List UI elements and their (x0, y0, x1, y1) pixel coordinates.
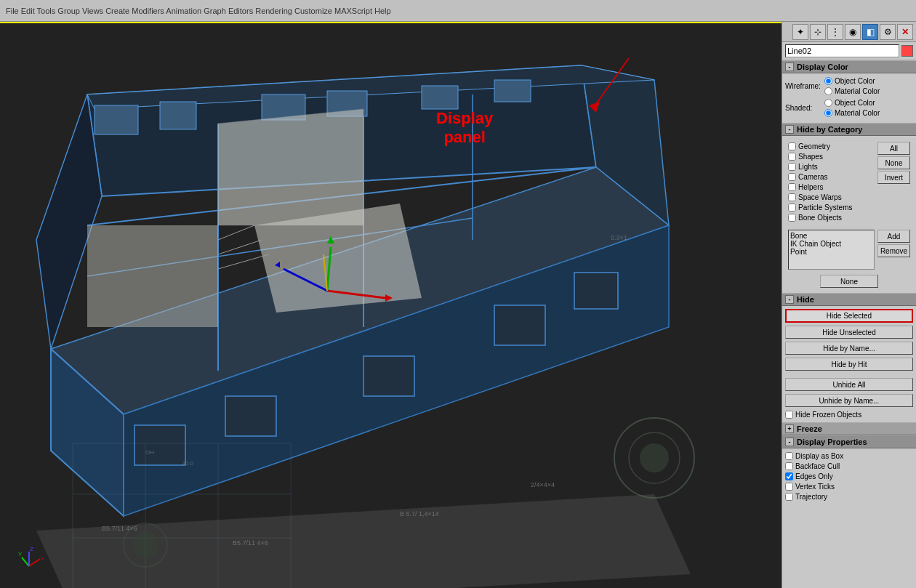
all-button[interactable]: All (877, 142, 910, 155)
display-color-toggle[interactable]: - (785, 63, 794, 71)
shaded-object-color-radio[interactable] (824, 99, 832, 107)
space-warps-checkbox[interactable] (788, 193, 796, 201)
display-tab-icon[interactable]: ◧ (862, 24, 878, 40)
shaded-object-color-label: Object Color (835, 99, 875, 107)
wireframe-object-color-option[interactable]: Object Color (824, 76, 880, 86)
dp-display-as-box-option[interactable]: Display as Box (785, 451, 913, 461)
bone-objects-label: Bone Objects (798, 214, 842, 222)
dp-vertex-ticks-label: Vertex Ticks (795, 483, 835, 491)
shapes-category[interactable]: Shapes (788, 152, 875, 161)
freeze-toggle[interactable]: + (785, 424, 794, 433)
dp-edges-only-checkbox[interactable] (785, 472, 793, 480)
display-properties-content: Display as BoxBackface CullEdges OnlyVer… (782, 448, 916, 504)
display-color-title: Display Color (797, 63, 848, 71)
motion-tab-icon[interactable]: ◉ (845, 24, 861, 40)
utilities-tab-icon[interactable]: ⚙ (880, 24, 896, 40)
dp-edges-only-label: Edges Only (795, 472, 833, 480)
object-name-row (782, 42, 916, 60)
right-panel: ✦ ⊹ ⋮ ◉ ◧ ⚙ ✕ - Display Color Wireframe: (782, 22, 916, 588)
dp-display-as-box-label: Display as Box (795, 452, 843, 460)
shaded-material-color-radio[interactable] (824, 109, 832, 117)
close-panel-icon[interactable]: ✕ (897, 24, 913, 40)
geometry-category[interactable]: Geometry (788, 142, 875, 151)
particle-systems-label: Particle Systems (798, 204, 852, 212)
dp-backface-cull-option[interactable]: Backface Cull (785, 462, 913, 471)
svg-rect-19 (494, 80, 531, 102)
space-warps-category[interactable]: Space Warps (788, 193, 875, 202)
particle-systems-checkbox[interactable] (788, 204, 796, 212)
create-tab-icon[interactable]: ✦ (792, 24, 808, 40)
lights-label: Lights (798, 163, 818, 171)
add-button[interactable]: Add (877, 230, 910, 243)
dp-trajectory-option[interactable]: Trajectory (785, 492, 913, 502)
dp-edges-only-option[interactable]: Edges Only (785, 472, 913, 481)
svg-text:B5.7/11 4×6: B5.7/11 4×6 (233, 539, 268, 547)
svg-text:0.3×1: 0.3×1 (611, 234, 627, 241)
hide-by-category-header[interactable]: - Hide by Category (782, 123, 916, 136)
helpers-label: Helpers (798, 183, 823, 191)
lights-category[interactable]: Lights (788, 162, 875, 172)
object-name-input[interactable] (785, 44, 899, 57)
hide-header[interactable]: - Hide (782, 293, 916, 306)
shaded-label: Shaded: (785, 104, 821, 112)
svg-text:Z: Z (30, 546, 33, 552)
hide-by-category-toggle[interactable]: - (785, 125, 794, 134)
svg-rect-23 (494, 305, 545, 345)
shaded-object-color-option[interactable]: Object Color (824, 98, 880, 108)
hide-toggle[interactable]: - (785, 295, 794, 304)
particle-systems-category[interactable]: Particle Systems (788, 203, 875, 212)
wireframe-object-color-label: Object Color (835, 77, 875, 85)
dp-vertex-ticks-option[interactable]: Vertex Ticks (785, 482, 913, 491)
none-button-category[interactable]: None (877, 156, 910, 169)
hide-frozen-objects-option[interactable]: Hide Frozen Objects (785, 409, 913, 420)
hide-unselected-button[interactable]: Hide Unselected (785, 326, 913, 339)
unhide-all-button[interactable]: Unhide All (785, 378, 913, 391)
shaded-material-color-option[interactable]: Material Color (824, 108, 880, 118)
dp-trajectory-checkbox[interactable] (785, 493, 793, 501)
geometry-checkbox[interactable] (788, 142, 796, 150)
svg-marker-25 (218, 109, 363, 225)
wireframe-object-color-radio[interactable] (824, 77, 832, 85)
hide-by-name-button[interactable]: Hide by Name... (785, 342, 913, 355)
hide-frozen-checkbox[interactable] (785, 411, 793, 419)
geometry-label: Geometry (798, 142, 830, 150)
wireframe-material-color-option[interactable]: Material Color (824, 86, 880, 96)
hide-by-category-content: Geometry Shapes Lights Cameras (782, 136, 916, 293)
hide-selected-button[interactable]: Hide Selected (785, 309, 913, 323)
dp-vertex-ticks-checkbox[interactable] (785, 483, 793, 491)
hide-by-hit-button[interactable]: Hide by Hit (785, 358, 913, 371)
viewport[interactable]: B5.7/11 4×6 B5.7/11 4×6 B 5.7/ 1,4×14 2/… (0, 22, 782, 588)
helpers-category[interactable]: Helpers (788, 182, 875, 192)
none-bottom-button[interactable]: None (820, 275, 878, 288)
dp-backface-cull-checkbox[interactable] (785, 462, 793, 470)
helpers-checkbox[interactable] (788, 183, 796, 191)
remove-button[interactable]: Remove (877, 244, 910, 257)
cameras-category[interactable]: Cameras (788, 172, 875, 182)
dp-display-as-box-checkbox[interactable] (785, 452, 793, 460)
svg-text:OH: OH (145, 449, 154, 456)
cameras-checkbox[interactable] (788, 173, 796, 181)
display-properties-toggle[interactable]: - (785, 438, 794, 446)
shapes-checkbox[interactable] (788, 153, 796, 161)
bone-list: Bone IK Chain Object Point (788, 230, 875, 270)
svg-rect-18 (422, 86, 458, 109)
lights-checkbox[interactable] (788, 163, 796, 171)
svg-line-57 (29, 559, 40, 566)
hierarchy-tab-icon[interactable]: ⋮ (827, 24, 843, 40)
freeze-header[interactable]: + Freeze (782, 422, 916, 435)
bone-buttons: Add Remove (877, 230, 910, 270)
bone-objects-checkbox[interactable] (788, 214, 796, 222)
wireframe-material-color-radio[interactable] (824, 87, 832, 95)
axis-indicator: X Y Z (15, 544, 44, 573)
display-properties-header[interactable]: - Display Properties (782, 435, 916, 448)
object-color-swatch[interactable] (901, 45, 913, 57)
invert-button[interactable]: Invert (877, 171, 910, 184)
display-color-header[interactable]: - Display Color (782, 60, 916, 73)
unhide-by-name-button[interactable]: Unhide by Name... (785, 394, 913, 407)
modify-tab-icon[interactable]: ⊹ (810, 24, 826, 40)
bone-objects-category[interactable]: Bone Objects (788, 213, 875, 222)
svg-marker-26 (87, 225, 218, 327)
svg-point-47 (132, 532, 158, 558)
cameras-label: Cameras (798, 173, 828, 181)
svg-text:B 5.7/ 1,4×14: B 5.7/ 1,4×14 (400, 510, 439, 517)
